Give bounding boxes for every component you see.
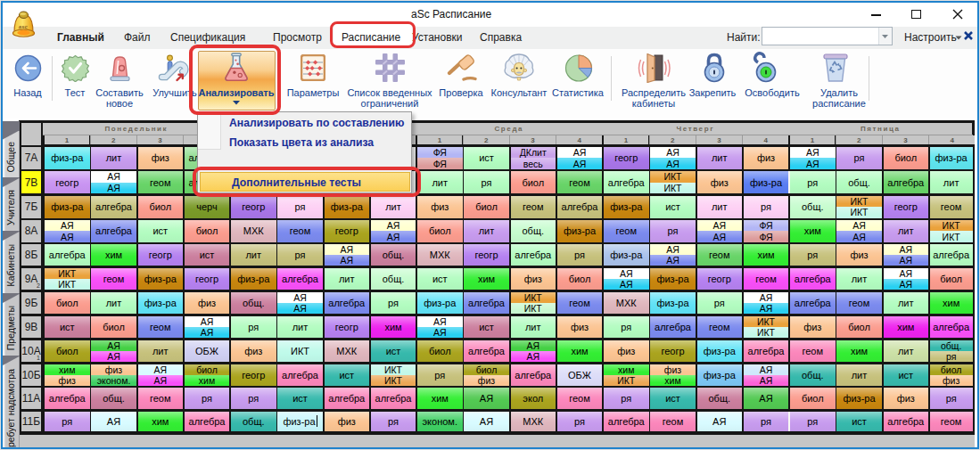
svg-text:asc: asc (19, 24, 29, 29)
